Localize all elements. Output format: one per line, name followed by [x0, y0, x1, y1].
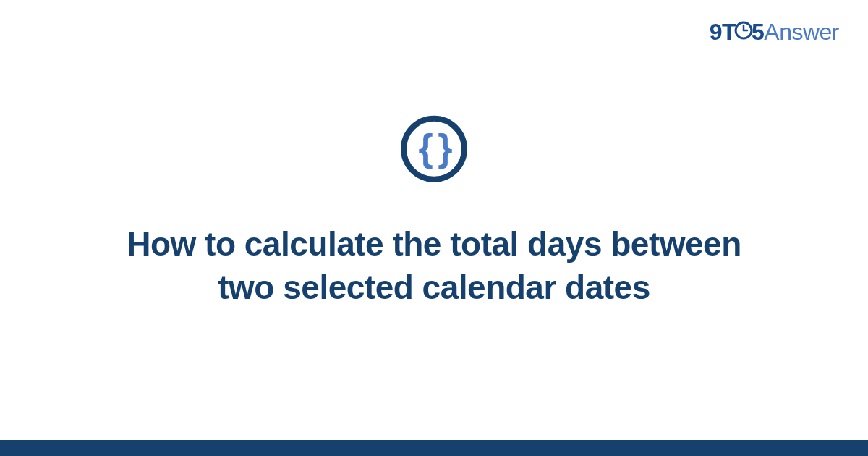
question-title: How to calculate the total days between …: [116, 223, 752, 310]
site-logo: 9T5Answer: [710, 19, 839, 47]
logo-nine: 9: [710, 19, 722, 45]
category-icon-circle: { }: [401, 116, 467, 182]
code-braces-icon: { }: [419, 129, 450, 166]
clock-icon: [734, 19, 753, 46]
logo-five: 5: [752, 19, 764, 45]
footer-bar: [0, 440, 868, 456]
main-content: { } How to calculate the total days betw…: [0, 116, 868, 310]
logo-answer: Answer: [764, 19, 839, 45]
